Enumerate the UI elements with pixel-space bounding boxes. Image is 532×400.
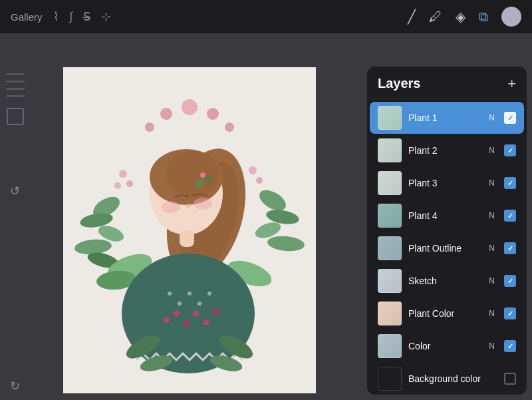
layer-item[interactable]: Plant ColorN bbox=[370, 298, 524, 329]
layer-item[interactable]: Plant 1N bbox=[370, 102, 524, 134]
layers-panel-title: Layers bbox=[378, 76, 421, 91]
brush-size-slider[interactable] bbox=[6, 73, 25, 75]
layer-item[interactable]: Plant OutlineN bbox=[370, 232, 524, 264]
add-layer-button[interactable]: + bbox=[507, 77, 516, 91]
svg-point-4 bbox=[145, 122, 154, 132]
eraser-tool-icon[interactable]: ◈ bbox=[456, 9, 466, 25]
left-sidebar: ↺ ↻ bbox=[0, 67, 30, 400]
layer-blend-mode[interactable]: N bbox=[489, 113, 495, 122]
avatar-button[interactable] bbox=[501, 7, 521, 27]
layer-name: Plant 3 bbox=[408, 178, 482, 188]
svg-point-2 bbox=[160, 108, 172, 120]
layers-list: Plant 1NPlant 2NPlant 3NPlant 4NPlant Ou… bbox=[367, 99, 527, 395]
layer-name: Background color bbox=[408, 373, 497, 384]
layers-panel-header: Layers + bbox=[367, 67, 527, 99]
layer-visibility-checkbox[interactable] bbox=[504, 340, 516, 352]
svg-point-36 bbox=[196, 180, 203, 188]
layer-visibility-checkbox[interactable] bbox=[504, 210, 516, 222]
layer-name: Plant 2 bbox=[408, 145, 482, 156]
svg-point-51 bbox=[213, 309, 219, 315]
layer-blend-mode[interactable]: N bbox=[489, 244, 495, 253]
layer-item[interactable]: Plant 2N bbox=[370, 134, 524, 166]
layers-tool-icon[interactable]: ⧉ bbox=[479, 9, 488, 25]
layer-thumbnail bbox=[378, 334, 402, 358]
layer-name: Sketch bbox=[408, 276, 482, 286]
layer-name: Plant Outline bbox=[408, 243, 482, 254]
slider-3[interactable] bbox=[6, 88, 25, 90]
svg-point-8 bbox=[114, 182, 121, 189]
svg-point-3 bbox=[207, 108, 219, 120]
layer-name: Plant Color bbox=[408, 308, 482, 319]
modify-icon[interactable]: ⌇ bbox=[53, 9, 59, 24]
artwork-svg bbox=[63, 67, 316, 393]
svg-point-6 bbox=[119, 170, 127, 178]
svg-rect-39 bbox=[180, 230, 194, 247]
layers-panel: Layers + Plant 1NPlant 2NPlant 3NPlant 4… bbox=[367, 67, 527, 395]
layer-blend-mode[interactable]: N bbox=[489, 146, 495, 155]
pin-icon[interactable]: ⊹ bbox=[101, 9, 111, 24]
svg-point-5 bbox=[225, 122, 234, 132]
layer-name: Plant 1 bbox=[408, 112, 482, 123]
layer-thumbnail bbox=[378, 301, 402, 325]
slider-4[interactable] bbox=[6, 95, 25, 97]
layer-thumbnail bbox=[378, 367, 402, 391]
svg-point-46 bbox=[163, 317, 170, 323]
svg-point-49 bbox=[193, 310, 200, 317]
layer-blend-mode[interactable]: N bbox=[489, 309, 495, 318]
layer-item[interactable]: Plant 3N bbox=[370, 167, 524, 199]
layer-name: Plant 4 bbox=[408, 210, 482, 221]
svg-point-48 bbox=[183, 320, 190, 327]
svg-point-9 bbox=[249, 166, 257, 174]
redo-arrow[interactable]: ↻ bbox=[10, 379, 20, 393]
layer-thumbnail bbox=[378, 269, 402, 293]
layer-item[interactable]: Background color bbox=[370, 363, 524, 395]
layer-blend-mode[interactable]: N bbox=[489, 178, 495, 188]
pencil-tool-icon[interactable]: ╱ bbox=[408, 9, 416, 25]
svg-point-35 bbox=[186, 204, 191, 208]
layer-blend-mode[interactable]: N bbox=[489, 276, 495, 286]
svg-point-38 bbox=[200, 172, 205, 178]
svg-point-47 bbox=[173, 310, 180, 317]
top-toolbar: Gallery ⌇ ∫ S̶ ⊹ ╱ 🖊 ◈ ⧉ bbox=[0, 0, 532, 33]
layer-visibility-checkbox[interactable] bbox=[504, 242, 516, 254]
layer-visibility-checkbox[interactable] bbox=[504, 275, 516, 287]
svg-point-44 bbox=[198, 301, 201, 305]
layer-visibility-checkbox[interactable] bbox=[504, 112, 516, 124]
toolbar-left: Gallery ⌇ ∫ S̶ ⊹ bbox=[11, 9, 111, 24]
strikethrough-icon[interactable]: S̶ bbox=[83, 9, 90, 24]
layer-visibility-checkbox[interactable] bbox=[504, 373, 516, 385]
main-canvas-area: ↺ ↻ bbox=[0, 33, 532, 400]
color-swatch[interactable] bbox=[7, 108, 24, 125]
layer-visibility-checkbox[interactable] bbox=[504, 144, 516, 156]
svg-point-33 bbox=[162, 201, 180, 213]
svg-point-50 bbox=[203, 319, 209, 325]
layer-thumbnail bbox=[378, 204, 402, 228]
brush-opacity-slider[interactable] bbox=[6, 81, 25, 83]
svg-point-41 bbox=[168, 292, 172, 296]
layer-thumbnail bbox=[378, 106, 402, 130]
curve-icon[interactable]: ∫ bbox=[70, 10, 73, 24]
svg-point-43 bbox=[188, 292, 192, 296]
svg-point-32 bbox=[166, 150, 219, 197]
layer-visibility-checkbox[interactable] bbox=[504, 307, 516, 319]
svg-point-1 bbox=[182, 99, 198, 115]
undo-arrow[interactable]: ↺ bbox=[10, 184, 20, 198]
drawing-canvas[interactable] bbox=[63, 67, 316, 393]
layer-blend-mode[interactable]: N bbox=[489, 341, 495, 351]
layer-item[interactable]: SketchN bbox=[370, 265, 524, 297]
svg-point-37 bbox=[205, 176, 211, 182]
layer-visibility-checkbox[interactable] bbox=[504, 177, 516, 189]
brush-tool-icon[interactable]: 🖊 bbox=[429, 9, 442, 25]
layer-item[interactable]: ColorN bbox=[370, 330, 524, 362]
gallery-button[interactable]: Gallery bbox=[11, 11, 43, 23]
layer-item[interactable]: Plant 4N bbox=[370, 200, 524, 232]
layer-blend-mode[interactable]: N bbox=[489, 211, 495, 220]
canvas-wrapper bbox=[33, 73, 346, 387]
svg-point-45 bbox=[207, 292, 211, 296]
toolbar-right: ╱ 🖊 ◈ ⧉ bbox=[408, 7, 521, 27]
svg-point-34 bbox=[194, 198, 212, 210]
svg-point-42 bbox=[178, 301, 182, 305]
svg-point-7 bbox=[126, 180, 133, 187]
layer-thumbnail bbox=[378, 138, 402, 162]
svg-point-10 bbox=[256, 177, 263, 184]
